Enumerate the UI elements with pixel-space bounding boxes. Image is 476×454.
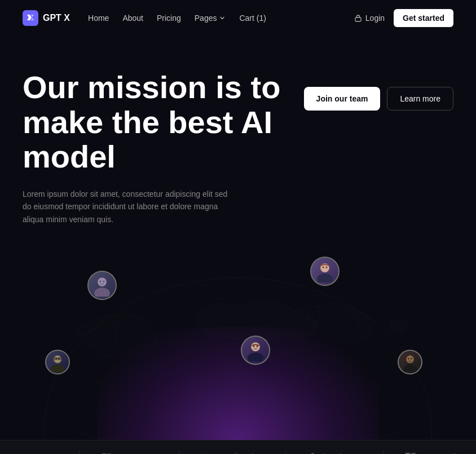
svg-point-18	[103, 280, 105, 282]
get-started-button[interactable]: Get started	[394, 9, 453, 27]
nav-about[interactable]: About	[122, 14, 143, 23]
join-team-button[interactable]: Join our team	[304, 87, 381, 111]
hero-subtitle: Lorem ipsum dolor sit amet, consectetur …	[23, 188, 237, 226]
avatar-pin-1	[87, 271, 117, 300]
avatar-pin-2	[310, 257, 340, 286]
nav-cart[interactable]: Cart (1)	[239, 14, 266, 23]
nav-pricing[interactable]: Pricing	[157, 14, 181, 23]
nav-left: GPT X Home About Pricing Pages Cart (1)	[23, 10, 266, 26]
nav-home[interactable]: Home	[88, 14, 109, 23]
svg-point-3	[44, 400, 432, 440]
application-icon	[200, 452, 212, 454]
svg-point-27	[253, 345, 255, 347]
svg-point-23	[326, 266, 328, 268]
nav-pages[interactable]: Pages	[195, 14, 226, 23]
svg-point-38	[403, 364, 417, 372]
business-icon	[306, 452, 319, 454]
svg-point-30	[51, 364, 64, 372]
globe-container	[23, 248, 453, 440]
nav-right: Login Get started	[354, 9, 453, 27]
learn-more-button[interactable]: Learn more	[387, 87, 453, 111]
hero-title: Our mission is to make the best AI model	[23, 70, 338, 174]
agency-icon	[10, 452, 22, 454]
svg-rect-1	[355, 17, 361, 21]
company-label: company	[117, 452, 158, 454]
partners-strip: agency company application business	[0, 440, 476, 454]
svg-point-16	[98, 278, 106, 286]
svg-point-28	[257, 345, 258, 347]
nav-links: Home About Pricing Pages Cart (1)	[88, 13, 266, 23]
svg-point-22	[323, 266, 324, 268]
partner-company: company	[80, 452, 179, 454]
svg-point-31	[54, 356, 61, 363]
lock-icon	[354, 14, 362, 22]
partner-agency: agency	[0, 452, 80, 454]
svg-line-9	[95, 278, 297, 291]
application-label: application	[217, 452, 265, 454]
svg-point-15	[94, 288, 110, 297]
globe-graphic	[23, 248, 453, 440]
navbar: GPT X Home About Pricing Pages Cart (1)	[0, 0, 476, 36]
hero-section: Our mission is to make the best AI model…	[0, 36, 476, 440]
enterprise-icon	[404, 452, 417, 454]
svg-point-40	[408, 358, 409, 360]
chevron-down-icon	[219, 15, 226, 21]
logo-icon	[23, 10, 38, 26]
partner-business: business	[286, 452, 384, 454]
business-label: business	[323, 452, 363, 454]
avatar-pin-4	[45, 350, 70, 374]
hero-buttons: Join our team Learn more	[304, 87, 453, 111]
partner-application: application	[179, 452, 286, 454]
logo[interactable]: GPT X	[23, 10, 70, 26]
agency-label: agency	[27, 452, 59, 454]
svg-point-41	[411, 358, 412, 360]
avatar-pin-3	[241, 336, 270, 365]
svg-point-17	[100, 280, 102, 282]
company-icon	[100, 452, 113, 454]
avatar-pin-5	[398, 350, 422, 374]
logo-text: GPT X	[43, 13, 70, 23]
svg-point-20	[317, 274, 333, 283]
enterprise-label: enterprise	[421, 452, 466, 454]
svg-point-25	[248, 352, 263, 362]
partner-enterprise: enterprise	[384, 452, 476, 454]
login-button[interactable]: Login	[354, 14, 385, 23]
